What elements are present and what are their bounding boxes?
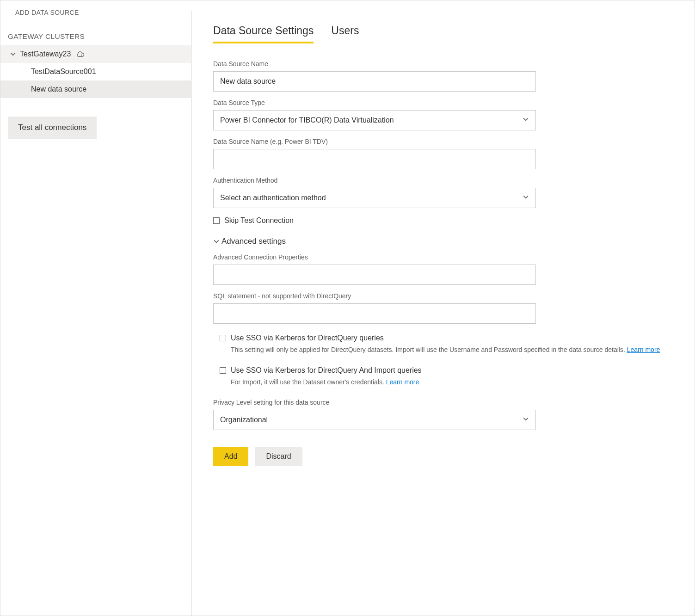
gateway-name: TestGateway23 xyxy=(20,50,71,58)
sso-both-helper: For Import, it will use the Dataset owne… xyxy=(231,378,676,386)
add-data-source-title: ADD DATA SOURCE xyxy=(8,6,172,21)
chevron-down-icon xyxy=(523,116,529,124)
discard-button[interactable]: Discard xyxy=(255,447,302,466)
skip-test-label: Skip Test Connection xyxy=(224,216,294,225)
learn-more-link[interactable]: Learn more xyxy=(627,346,660,353)
test-all-connections-button[interactable]: Test all connections xyxy=(8,117,97,139)
gateway-clusters-label: GATEWAY CLUSTERS xyxy=(0,32,191,45)
data-source-name-label: Data Source Name xyxy=(213,60,676,68)
auth-method-label: Authentication Method xyxy=(213,177,676,184)
advanced-settings-label: Advanced settings xyxy=(221,237,286,246)
tab-users[interactable]: Users xyxy=(331,25,359,43)
sql-statement-input[interactable] xyxy=(213,303,536,324)
sso-dq-label: Use SSO via Kerberos for DirectQuery que… xyxy=(231,334,384,342)
tab-data-source-settings[interactable]: Data Source Settings xyxy=(213,25,314,43)
advanced-settings-toggle[interactable]: Advanced settings xyxy=(213,237,676,246)
gateway-cluster-item[interactable]: TestGateway23 xyxy=(0,45,191,63)
skip-test-checkbox[interactable] xyxy=(213,217,220,224)
chevron-down-icon xyxy=(523,416,529,424)
sso-both-label: Use SSO via Kerberos for DirectQuery And… xyxy=(231,366,422,375)
data-source-name-input[interactable] xyxy=(213,71,536,92)
skip-test-row: Skip Test Connection xyxy=(213,216,676,225)
cloud-status-icon xyxy=(75,50,85,58)
sso-both-helper-text: For Import, it will use the Dataset owne… xyxy=(231,378,386,386)
privacy-level-select[interactable]: Organizational xyxy=(213,410,536,430)
chevron-down-icon xyxy=(10,51,20,57)
data-source-type-select[interactable]: Power BI Connector for TIBCO(R) Data Vir… xyxy=(213,110,536,130)
datasource-label: TestDataSource001 xyxy=(31,68,96,76)
sidebar: ADD DATA SOURCE GATEWAY CLUSTERS TestGat… xyxy=(0,0,191,616)
chevron-down-icon xyxy=(523,194,529,202)
sso-both-row: Use SSO via Kerberos for DirectQuery And… xyxy=(220,366,676,375)
datasource-label: New data source xyxy=(31,85,86,93)
sso-both-checkbox[interactable] xyxy=(220,367,226,374)
sql-statement-label: SQL statement - not supported with Direc… xyxy=(213,292,676,300)
auth-method-select[interactable]: Select an authentication method xyxy=(213,188,536,208)
data-source-tdv-input[interactable] xyxy=(213,149,536,169)
sso-dq-helper: This setting will only be applied for Di… xyxy=(231,346,676,353)
select-value: Organizational xyxy=(220,416,268,424)
chevron-down-icon xyxy=(213,238,220,245)
select-value: Power BI Connector for TIBCO(R) Data Vir… xyxy=(220,116,394,124)
adv-conn-label: Advanced Connection Properties xyxy=(213,253,676,261)
sso-dq-checkbox[interactable] xyxy=(220,335,226,341)
data-source-type-label: Data Source Type xyxy=(213,99,676,106)
select-value: Select an authentication method xyxy=(220,194,326,202)
adv-conn-input[interactable] xyxy=(213,265,536,285)
sso-dq-row: Use SSO via Kerberos for DirectQuery que… xyxy=(220,334,676,342)
button-row: Add Discard xyxy=(213,447,676,466)
sso-dq-helper-text: This setting will only be applied for Di… xyxy=(231,346,627,353)
tabs: Data Source Settings Users xyxy=(213,25,676,43)
main-content: Data Source Settings Users Data Source N… xyxy=(191,11,695,616)
sidebar-item-new-datasource[interactable]: New data source xyxy=(0,80,191,98)
sidebar-item-datasource[interactable]: TestDataSource001 xyxy=(0,63,191,80)
learn-more-link[interactable]: Learn more xyxy=(386,378,419,386)
add-button[interactable]: Add xyxy=(213,447,248,466)
data-source-tdv-label: Data Source Name (e.g. Power BI TDV) xyxy=(213,138,676,145)
privacy-level-label: Privacy Level setting for this data sour… xyxy=(213,399,676,406)
